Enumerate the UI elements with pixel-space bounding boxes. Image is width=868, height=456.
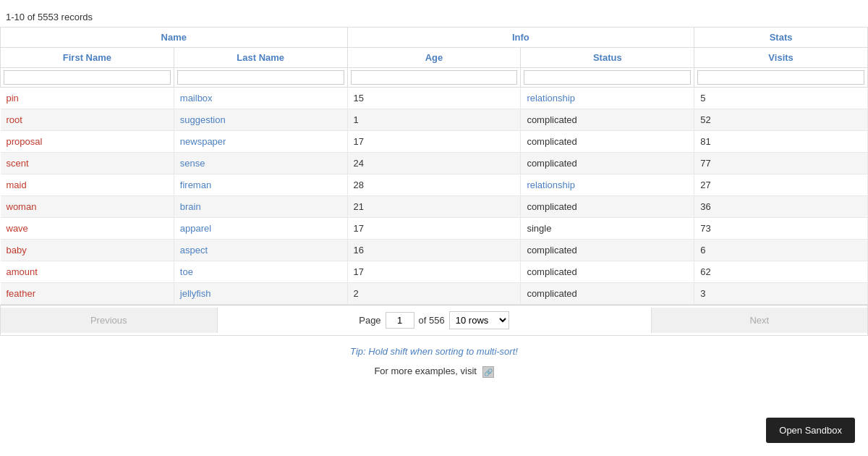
cell-status: complicated (521, 131, 694, 153)
table-row: maid fireman 28 relationship 27 (1, 174, 868, 196)
tip-text: Tip: Hold shift when sorting to multi-so… (0, 336, 868, 361)
sub-header-row: First Name Last Name Age Status Visits (1, 48, 868, 68)
cell-status: complicated (521, 283, 694, 305)
cell-lastname: toe (174, 261, 347, 283)
cell-visits: 73 (694, 218, 868, 240)
col-lastname: Last Name (174, 48, 347, 68)
cell-status: complicated (521, 240, 694, 261)
cell-status: relationship (521, 88, 694, 109)
cell-age: 16 (347, 240, 521, 261)
cell-firstname: baby (1, 240, 174, 261)
cell-age: 15 (347, 88, 521, 109)
cell-lastname: sense (174, 153, 347, 174)
filter-age-input[interactable] (351, 70, 518, 85)
cell-visits: 36 (694, 196, 868, 218)
cell-firstname: pin (1, 88, 174, 109)
cell-firstname: proposal (1, 131, 174, 153)
cell-lastname: mailbox (174, 88, 347, 109)
table-row: amount toe 17 complicated 62 (1, 261, 868, 283)
cell-visits: 52 (694, 109, 868, 131)
cell-lastname: newspaper (174, 131, 347, 153)
cell-age: 17 (347, 131, 521, 153)
cell-firstname: feather (1, 283, 174, 305)
table-row: wave apparel 17 single 73 (1, 218, 868, 240)
filter-firstname-input[interactable] (4, 70, 171, 85)
table-row: baby aspect 16 complicated 6 (1, 240, 868, 261)
filter-row (1, 68, 868, 88)
cell-firstname: amount (1, 261, 174, 283)
filter-lastname-input[interactable] (177, 70, 344, 85)
table-row: feather jellyfish 2 complicated 3 (1, 283, 868, 305)
cell-lastname: fireman (174, 174, 347, 196)
cell-visits: 27 (694, 174, 868, 196)
cell-age: 2 (347, 283, 521, 305)
cell-firstname: wave (1, 218, 174, 240)
col-visits: Visits (694, 48, 868, 68)
cell-age: 28 (347, 174, 521, 196)
cell-firstname: maid (1, 174, 174, 196)
cell-firstname: woman (1, 196, 174, 218)
cell-visits: 62 (694, 261, 868, 283)
cell-status: single (521, 218, 694, 240)
previous-button[interactable]: Previous (1, 308, 218, 333)
pagination-center: Page of 556 10 rows 25 rows 50 rows 100 … (218, 305, 651, 335)
cell-lastname: suggestion (174, 109, 347, 131)
filter-status-input[interactable] (524, 70, 691, 85)
table-row: scent sense 24 complicated 77 (1, 153, 868, 174)
page-wrapper: 1-10 of 5553 records Name Info Stats Fir… (0, 0, 868, 400)
cell-age: 17 (347, 218, 521, 240)
cell-visits: 5 (694, 88, 868, 109)
of-label: of 556 (419, 315, 445, 326)
cell-visits: 3 (694, 283, 868, 305)
cell-visits: 6 (694, 240, 868, 261)
group-name: Name (1, 28, 348, 48)
cell-age: 1 (347, 109, 521, 131)
filter-visits-input[interactable] (697, 70, 864, 85)
col-status: Status (521, 48, 694, 68)
group-info: Info (347, 28, 694, 48)
filter-status-cell (521, 68, 694, 88)
pagination-row: Previous Page of 556 10 rows 25 rows 50 … (0, 305, 868, 336)
cell-firstname: root (1, 109, 174, 131)
visit-icon: 🔗 (482, 366, 494, 378)
cell-firstname: scent (1, 153, 174, 174)
cell-visits: 81 (694, 131, 868, 153)
rows-per-page-select[interactable]: 10 rows 25 rows 50 rows 100 rows (449, 311, 509, 329)
visit-text-label: For more examples, visit (374, 366, 477, 376)
cell-status: complicated (521, 261, 694, 283)
cell-lastname: apparel (174, 218, 347, 240)
table-row: woman brain 21 complicated 36 (1, 196, 868, 218)
data-table: Name Info Stats First Name Last Name Age… (0, 27, 868, 305)
table-body: pin mailbox 15 relationship 5 root sugge… (1, 88, 868, 305)
table-row: pin mailbox 15 relationship 5 (1, 88, 868, 109)
table-row: proposal newspaper 17 complicated 81 (1, 131, 868, 153)
page-label: Page (359, 315, 380, 326)
cell-lastname: jellyfish (174, 283, 347, 305)
cell-status: relationship (521, 174, 694, 196)
group-stats: Stats (694, 28, 868, 48)
filter-firstname-cell (1, 68, 174, 88)
records-count: 1-10 of 5553 records (0, 7, 868, 27)
cell-age: 21 (347, 196, 521, 218)
page-input[interactable] (386, 312, 414, 329)
cell-lastname: brain (174, 196, 347, 218)
next-button[interactable]: Next (651, 308, 868, 333)
visit-text: For more examples, visit 🔗 (0, 361, 868, 392)
cell-status: complicated (521, 196, 694, 218)
table-row: root suggestion 1 complicated 52 (1, 109, 868, 131)
cell-age: 17 (347, 261, 521, 283)
col-age: Age (347, 48, 521, 68)
filter-age-cell (347, 68, 521, 88)
filter-visits-cell (694, 68, 868, 88)
cell-status: complicated (521, 153, 694, 174)
group-header-row: Name Info Stats (1, 28, 868, 48)
cell-status: complicated (521, 109, 694, 131)
cell-age: 24 (347, 153, 521, 174)
col-firstname: First Name (1, 48, 174, 68)
cell-visits: 77 (694, 153, 868, 174)
filter-lastname-cell (174, 68, 347, 88)
cell-lastname: aspect (174, 240, 347, 261)
